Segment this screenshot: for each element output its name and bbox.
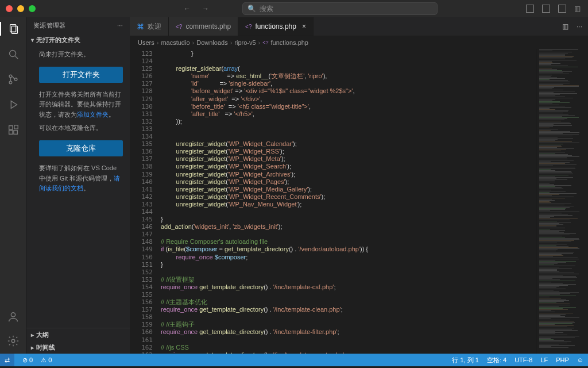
nav-back-icon[interactable]: ← <box>184 5 191 13</box>
svg-rect-10 <box>13 131 17 134</box>
msg-open-hint: 打开文件夹将关闭所有当前打开的编辑器。要使其保持打开状态，请改为添加文件夹。 <box>39 90 123 120</box>
svg-rect-0 <box>10 25 16 32</box>
msg-clone: 可以在本地克隆仓库。 <box>39 123 123 133</box>
svg-marker-7 <box>11 101 17 109</box>
sidebar-no-folder-section: 无打开的文件夹 尚未打开文件夹。 打开文件夹 打开文件夹将关闭所有当前打开的编辑… <box>26 33 130 203</box>
timeline-section-header[interactable]: 时间线 <box>26 341 130 354</box>
explorer-sidebar: 资源管理器 ··· 无打开的文件夹 尚未打开文件夹。 打开文件夹 打开文件夹将关… <box>26 17 130 354</box>
status-indentation[interactable]: 空格: 4 <box>487 356 506 365</box>
activity-source-control-icon[interactable] <box>6 72 20 86</box>
maximize-window-icon[interactable] <box>29 5 36 12</box>
command-center-search[interactable]: 🔍 搜索 <box>242 2 438 15</box>
msg-docs: 要详细了解如何在 VS Code 中使用 Git 和源代码管理，请阅读我们的文档… <box>39 163 123 194</box>
crumb[interactable]: Downloads <box>196 39 227 46</box>
vscode-icon: ⌘ <box>137 22 144 31</box>
crumb[interactable]: macstudio <box>161 39 189 46</box>
svg-line-3 <box>15 56 18 59</box>
remote-indicator[interactable]: ⇄ <box>0 354 14 366</box>
tab-comments-php[interactable]: <? comments.php <box>169 17 238 36</box>
close-tab-icon[interactable]: × <box>302 22 306 30</box>
status-warnings[interactable]: ⚠ 0 <box>41 356 52 364</box>
search-placeholder: 搜索 <box>260 4 273 14</box>
minimap[interactable] <box>536 49 588 354</box>
svg-point-13 <box>11 339 15 343</box>
php-file-icon: <? <box>262 40 268 45</box>
editor-group: ⌘ 欢迎 <? comments.php <? functions.php × … <box>130 17 588 354</box>
clone-repo-button[interactable]: 克隆仓库 <box>39 140 123 156</box>
layout-toggle-secondary-icon[interactable] <box>558 5 566 13</box>
activity-account-icon[interactable] <box>6 310 20 324</box>
code-content[interactable]: } register_sidebar(array( 'name' => esc_… <box>161 49 536 354</box>
status-encoding[interactable]: UTF-8 <box>514 356 532 363</box>
activity-search-icon[interactable] <box>6 47 20 61</box>
editor-more-icon[interactable]: ··· <box>577 22 582 30</box>
svg-point-4 <box>9 75 12 78</box>
tab-label: 欢迎 <box>148 22 161 32</box>
status-errors[interactable]: ⊘ 0 <box>22 356 33 364</box>
titlebar-right-icons: ▥ <box>526 5 582 13</box>
customize-layout-icon[interactable]: ▥ <box>574 5 582 13</box>
search-icon: 🔍 <box>247 5 256 13</box>
php-file-icon: <? <box>176 24 182 30</box>
editor-tabs: ⌘ 欢迎 <? comments.php <? functions.php × … <box>130 17 588 36</box>
tab-label: comments.php <box>185 22 231 30</box>
breadcrumbs[interactable]: Users› macstudio› Downloads› ripro-v5› <… <box>130 36 588 49</box>
minimize-window-icon[interactable] <box>17 5 24 12</box>
line-number-gutter: 123 124 125 126 127 128 129 130 131 132 … <box>130 49 161 354</box>
status-cursor-position[interactable]: 行 1, 列 1 <box>452 356 478 365</box>
activity-extensions-icon[interactable] <box>6 123 20 137</box>
crumb[interactable]: functions.php <box>271 39 308 46</box>
tab-welcome[interactable]: ⌘ 欢迎 <box>130 17 169 36</box>
sidebar-title: 资源管理器 ··· <box>26 17 130 33</box>
svg-rect-9 <box>9 131 12 134</box>
activity-bar <box>0 17 26 354</box>
layout-toggle-primary-icon[interactable] <box>526 5 534 13</box>
status-language-mode[interactable]: PHP <box>556 356 569 363</box>
status-bar: ⇄ ⊘ 0 ⚠ 0 行 1, 列 1 空格: 4 UTF-8 LF PHP ☺ <box>0 354 588 366</box>
php-file-icon: <? <box>245 24 252 30</box>
svg-rect-1 <box>11 26 17 33</box>
svg-rect-8 <box>9 126 12 129</box>
status-feedback-icon[interactable]: ☺ <box>577 356 583 363</box>
msg-not-open: 尚未打开文件夹。 <box>39 49 123 60</box>
status-eol[interactable]: LF <box>540 356 548 363</box>
svg-point-5 <box>9 81 12 84</box>
title-bar: ← → 🔍 搜索 ▥ <box>0 0 588 17</box>
svg-point-2 <box>9 51 16 57</box>
tab-functions-php[interactable]: <? functions.php × <box>238 17 314 36</box>
open-folder-button[interactable]: 打开文件夹 <box>39 67 123 83</box>
activity-settings-icon[interactable] <box>6 334 20 348</box>
crumb[interactable]: ripro-v5 <box>234 39 256 46</box>
layout-toggle-panel-icon[interactable] <box>542 5 550 13</box>
sidebar-more-icon[interactable]: ··· <box>117 22 123 29</box>
svg-point-12 <box>11 313 15 317</box>
tab-label: functions.php <box>256 22 296 30</box>
nav-history: ← → <box>184 5 209 13</box>
svg-point-6 <box>14 78 17 81</box>
window-controls <box>6 5 36 12</box>
no-folder-header[interactable]: 无打开的文件夹 <box>31 33 123 46</box>
svg-rect-11 <box>14 125 17 129</box>
outline-section-header[interactable]: 大纲 <box>26 328 130 341</box>
nav-forward-icon[interactable]: → <box>202 5 209 13</box>
crumb[interactable]: Users <box>138 39 154 46</box>
activity-explorer-icon[interactable] <box>0 22 26 36</box>
editor-body[interactable]: 123 124 125 126 127 128 129 130 131 132 … <box>130 49 588 354</box>
split-editor-icon[interactable]: ▥ <box>562 22 568 30</box>
activity-run-debug-icon[interactable] <box>6 98 20 112</box>
add-folder-link[interactable]: 添加文件夹 <box>77 111 109 118</box>
close-window-icon[interactable] <box>6 5 13 12</box>
